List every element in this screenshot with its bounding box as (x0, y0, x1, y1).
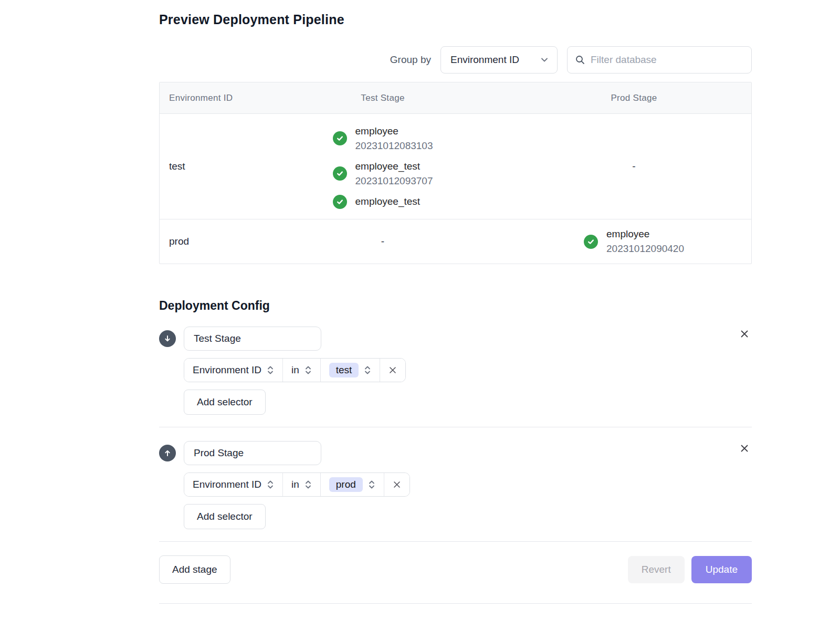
update-button[interactable]: Update (691, 556, 752, 583)
database-name: employee_test (355, 194, 421, 209)
column-header-environment-id: Environment ID (160, 82, 249, 113)
stage-name-input[interactable] (184, 327, 321, 351)
success-check-icon (333, 166, 347, 181)
prod-stage-empty-cell: - (517, 114, 751, 219)
group-by-label: Group by (390, 54, 431, 66)
test-stage-empty-cell: - (249, 219, 517, 264)
selector-key-select[interactable]: Environment ID (184, 359, 282, 382)
remove-stage-button[interactable] (737, 327, 752, 341)
add-selector-button[interactable]: Add selector (184, 504, 266, 529)
filter-database-input[interactable] (591, 54, 744, 66)
column-header-test-stage: Test Stage (249, 82, 517, 113)
database-name: employee (355, 124, 433, 139)
close-icon (739, 443, 750, 454)
table-row: test employee 20231012083103 (160, 113, 751, 219)
add-selector-button[interactable]: Add selector (184, 390, 266, 415)
group-by-selected-value: Environment ID (450, 54, 519, 66)
pipeline-table: Environment ID Test Stage Prod Stage tes… (159, 82, 752, 264)
success-check-icon (584, 235, 598, 249)
test-stage-cell: employee 20231012083103 employee_test 20… (249, 114, 517, 219)
selector-value-select[interactable]: test (320, 359, 380, 382)
selector-value-tag: prod (329, 477, 363, 492)
page-title: Preview Deployment Pipeline (159, 12, 752, 27)
search-icon (575, 55, 585, 65)
database-version: 20231012083103 (355, 139, 433, 153)
group-by-select[interactable]: Environment ID (440, 46, 558, 74)
environment-cell: prod (160, 219, 249, 264)
database-version: 20231012093707 (355, 174, 433, 188)
selector-rule: Environment ID in prod (184, 472, 410, 497)
selector-operator-select[interactable]: in (282, 359, 320, 382)
column-header-prod-stage: Prod Stage (517, 82, 751, 113)
close-icon (392, 480, 402, 489)
selector-value-tag: test (329, 363, 359, 377)
deployment-config-heading: Deployment Config (159, 299, 752, 313)
config-footer: Add stage Revert Update (159, 555, 752, 584)
arrow-down-icon (163, 334, 172, 343)
database-item: employee_test (333, 194, 433, 209)
close-icon (388, 365, 397, 375)
remove-stage-button[interactable] (737, 441, 752, 456)
chevron-down-icon (540, 56, 549, 64)
environment-cell: test (160, 114, 249, 219)
updown-chevrons-icon (304, 365, 312, 375)
revert-button[interactable]: Revert (628, 556, 685, 583)
stage-config-prod: Environment ID in prod (159, 441, 752, 529)
remove-selector-button[interactable] (384, 473, 410, 496)
database-version: 20231012090420 (606, 242, 684, 256)
stage-divider (159, 427, 752, 427)
remove-selector-button[interactable] (380, 359, 405, 382)
database-name: employee (606, 227, 684, 242)
database-item: employee 20231012090420 (584, 227, 684, 256)
updown-chevrons-icon (267, 365, 274, 375)
pipeline-toolbar: Group by Environment ID (159, 46, 752, 74)
database-list: employee 20231012083103 employee_test 20… (333, 116, 433, 217)
selector-operator-select[interactable]: in (282, 473, 320, 496)
selector-key-select[interactable]: Environment ID (184, 473, 282, 496)
updown-chevrons-icon (267, 479, 274, 490)
stage-config-test: Environment ID in test (159, 327, 752, 415)
updown-chevrons-icon (364, 365, 371, 375)
updown-chevrons-icon (368, 479, 375, 490)
table-row: prod - employee 20231012090420 (160, 219, 751, 264)
database-name: employee_test (355, 159, 433, 174)
bottom-divider (159, 603, 752, 604)
database-item: employee 20231012083103 (333, 124, 433, 153)
move-stage-down-button[interactable] (159, 330, 176, 347)
selector-value-select[interactable]: prod (320, 473, 384, 496)
stage-name-input[interactable] (184, 441, 321, 465)
close-icon (739, 329, 750, 339)
table-header-row: Environment ID Test Stage Prod Stage (160, 82, 751, 113)
stage-divider (159, 541, 752, 542)
selector-rule: Environment ID in test (184, 358, 406, 382)
success-check-icon (333, 131, 347, 145)
prod-stage-cell: employee 20231012090420 (517, 219, 751, 264)
add-stage-button[interactable]: Add stage (159, 555, 230, 584)
updown-chevrons-icon (304, 479, 312, 490)
main-content: Preview Deployment Pipeline Group by Env… (159, 0, 752, 604)
success-check-icon (333, 195, 347, 209)
arrow-up-icon (163, 449, 172, 457)
move-stage-up-button[interactable] (159, 445, 176, 461)
filter-database-box[interactable] (567, 46, 752, 74)
database-item: employee_test 20231012093707 (333, 159, 433, 188)
